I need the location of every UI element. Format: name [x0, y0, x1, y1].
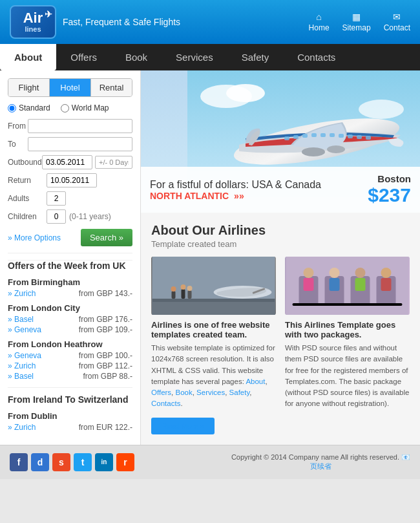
hero-price-block: Boston $237 [368, 173, 411, 206]
about-link-offers[interactable]: Offers [151, 389, 171, 396]
svg-rect-36 [330, 278, 340, 291]
return-label: Return [8, 176, 47, 185]
stumbleupon-icon[interactable]: s [52, 453, 70, 471]
delicious-icon[interactable]: d [31, 453, 49, 471]
radio-worldmap[interactable]: World Map [61, 103, 109, 112]
to-row: To [8, 137, 132, 151]
to-input[interactable] [28, 137, 132, 151]
svg-point-3 [359, 100, 404, 119]
header-nav: ⌂ Home ▦ Sitemap ✉ Contact [309, 12, 410, 32]
about-columns: Airlines is one of free website template… [151, 257, 410, 434]
svg-rect-40 [381, 278, 392, 291]
facebook-icon[interactable]: f [10, 453, 28, 471]
offers-title: Offers of the Week from UK [8, 261, 132, 271]
search-button[interactable]: Search » [81, 229, 132, 246]
sidebar: Flight Hotel Rental Standard World Map F… [0, 70, 141, 445]
twitter-icon[interactable]: t [74, 453, 92, 471]
header-nav-sitemap[interactable]: ▦ Sitemap [342, 12, 371, 32]
about-link-contacts[interactable]: Contacts [151, 400, 180, 407]
adults-input[interactable] [47, 191, 66, 206]
header-nav-home[interactable]: ⌂ Home [309, 12, 330, 32]
offer-price-zurich1: from GBP 143.- [79, 289, 132, 298]
header-nav-home-label: Home [309, 23, 330, 32]
svg-point-5 [302, 147, 325, 156]
site-footer: f d s t in r Copyright © 2014 Company na… [0, 445, 420, 479]
outbound-input[interactable] [42, 155, 92, 169]
children-row: Children (0-11 years) [8, 209, 132, 224]
about-link-safety[interactable]: Safety [229, 389, 250, 396]
from-input[interactable] [28, 119, 132, 133]
logo-plane-icon: ✈ [45, 9, 52, 19]
footer-text: Copyright © 2014 Company name All rights… [231, 453, 410, 471]
nav-safety[interactable]: Safety [227, 44, 284, 70]
hero-arrows: »» [234, 191, 244, 201]
offer-price-basel1: from GBP 176.- [79, 315, 132, 324]
nav-about[interactable]: About [0, 44, 56, 70]
city-dublin: From Dublin [8, 411, 132, 421]
svg-rect-14 [348, 134, 353, 138]
about-img-svg-1 [151, 257, 276, 315]
hero-route: NORTH ATLANTIC »» [150, 191, 321, 201]
offer-link-zurich2[interactable]: » Zurich [8, 361, 36, 370]
about-col1-heading: Airlines is one of free website template… [151, 320, 276, 339]
children-input[interactable] [47, 209, 66, 224]
children-label: Children [8, 212, 47, 221]
nav-services[interactable]: Services [162, 44, 227, 70]
copyright-text: Copyright © 2014 Company name All rights… [231, 453, 410, 462]
offer-link-basel1[interactable]: » Basel [8, 315, 34, 324]
offer-link-geneva2[interactable]: » Geneva [8, 351, 41, 360]
svg-point-33 [304, 268, 314, 278]
svg-point-35 [330, 268, 340, 278]
about-link-about[interactable]: About [246, 378, 265, 385]
offer-link-zurich3[interactable]: » Zurich [8, 423, 36, 432]
svg-point-24 [187, 286, 193, 291]
bottom-link[interactable]: 页续省 [310, 462, 331, 470]
children-note: (0-11 years) [69, 212, 111, 221]
offer-link-basel2[interactable]: » Basel [8, 372, 34, 381]
nav-book[interactable]: Book [111, 44, 162, 70]
more-options-link[interactable]: » More Options [8, 233, 61, 242]
main-content: For a fistful of dollars: USA & Canada N… [141, 70, 420, 445]
about-col2-body: With PSD source files and without them P… [285, 343, 410, 410]
from-label: From [8, 122, 28, 131]
ireland-title: From Ireland To Switzerland [8, 394, 132, 405]
svg-rect-23 [188, 290, 192, 299]
offer-link-zurich1[interactable]: » Zurich [8, 289, 36, 298]
return-input[interactable] [47, 173, 97, 187]
svg-point-22 [181, 284, 186, 290]
svg-rect-10 [311, 133, 317, 137]
content-wrap: Flight Hotel Rental Standard World Map F… [0, 70, 420, 445]
tab-flight[interactable]: Flight [8, 79, 50, 96]
header-nav-contact[interactable]: ✉ Contact [384, 12, 410, 32]
nav-contacts[interactable]: Contacts [283, 44, 350, 70]
offer-price-geneva1: from GBP 109.- [79, 325, 132, 334]
svg-rect-11 [320, 133, 326, 137]
tab-rental[interactable]: Rental [91, 79, 132, 96]
offer-link-geneva1[interactable]: » Geneva [8, 325, 41, 334]
reddit-icon[interactable]: r [116, 453, 134, 471]
svg-rect-38 [355, 278, 366, 291]
about-subtitle: Template created team [151, 239, 410, 249]
offer-price-geneva2: from GBP 100.- [79, 351, 132, 360]
nav-offers[interactable]: Offers [56, 44, 111, 70]
return-row: Return [8, 173, 132, 187]
tab-hotel[interactable]: Hotel [50, 79, 91, 96]
hero-banner: For a fistful of dollars: USA & Canada N… [141, 167, 420, 213]
read-more-button[interactable]: Read More » [151, 418, 215, 434]
linkedin-icon[interactable]: in [95, 453, 113, 471]
about-link-services[interactable]: Services [196, 389, 225, 396]
logo-text-lines: lines [25, 25, 41, 33]
hero-amount: $237 [368, 184, 411, 206]
radio-standard[interactable]: Standard [8, 103, 50, 112]
offers-section: Offers of the Week from UK From Birmingh… [8, 260, 132, 432]
copyright-link[interactable]: 📧 [401, 453, 410, 461]
svg-rect-19 [152, 302, 275, 315]
svg-rect-34 [304, 278, 314, 291]
about-link-book[interactable]: Book [176, 389, 193, 396]
outbound-label: Outbound [8, 158, 42, 167]
hero-deal-text: For a fistful of dollars: USA & Canada N… [150, 179, 321, 201]
main-nav: About Offers Book Services Safety Contac… [0, 44, 420, 70]
svg-point-2 [226, 84, 265, 102]
pm-days-input[interactable] [95, 156, 132, 169]
about-section: About Our Airlines Template created team [141, 213, 420, 445]
